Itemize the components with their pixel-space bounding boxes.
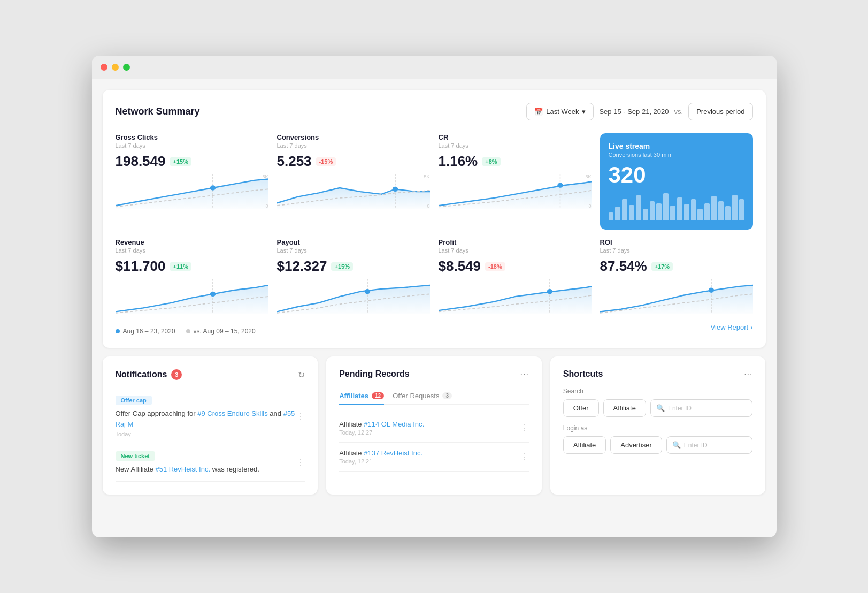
payout-value: $12.327 [277,258,327,275]
minimize-button[interactable] [112,64,119,71]
shortcuts-more-icon[interactable]: ··· [744,369,752,379]
legend-period2-label: vs. Aug 09 – 15, 2020 [194,328,256,335]
legend-row: Aug 16 – 23, 2020 vs. Aug 09 – 15, 2020 … [116,319,753,335]
login-advertiser-button[interactable]: Advertiser [610,436,662,454]
view-report-link[interactable]: View Report › [711,323,753,331]
search-offer-button[interactable]: Offer [563,399,599,417]
livestream-subtitle: Conversions last 30 min [609,151,744,158]
svg-point-3 [392,187,397,192]
metrics-row-1: Gross Clicks Last 7 days 198.549 +15% 5K… [116,133,753,230]
notif-tag-new-ticket: New ticket [116,451,155,461]
app-window: Network Summary 📅 Last Week ▾ Sep 15 - S… [92,56,777,537]
notif-dots-2[interactable]: ⋮ [296,458,305,468]
bottom-row: Notifications 3 ↻ Offer cap Offer Cap ap… [103,356,766,495]
date-range-button[interactable]: 📅 Last Week ▾ [526,103,594,120]
tab-offer-requests[interactable]: Offer Requests 3 [393,387,452,405]
cr-label: CR [439,133,592,141]
pending-records-header: Pending Records ··· [339,369,529,379]
roi-label: ROI [600,238,753,246]
profit-sublabel: Last 7 days [439,247,592,254]
network-summary-card: Network Summary 📅 Last Week ▾ Sep 15 - S… [103,90,766,348]
payout-metric: Payout Last 7 days $12.327 +15% [277,238,430,314]
cr-metric: CR Last 7 days 1.16% +8% 5K 0 [439,133,592,230]
svg-point-5 [557,183,563,188]
bar-17 [718,201,724,220]
notif-dots-1[interactable]: ⋮ [296,411,305,421]
notifications-header: Notifications 3 ↻ [116,369,305,380]
close-button[interactable] [101,64,107,71]
bar-5 [636,195,641,220]
conversions-sublabel: Last 7 days [277,142,430,149]
bar-3 [622,199,627,220]
pending-records-tabs: Affiliates 12 Offer Requests 3 [339,387,529,405]
svg-point-9 [364,289,370,294]
profit-badge: -18% [485,262,505,271]
bar-2 [615,207,620,220]
pending-records-card: Pending Records ··· Affiliates 12 Offer … [326,356,542,495]
record-title-1: Affiliate #114 OL Media Inc. [339,420,424,428]
search-icon: 🔍 [656,404,665,412]
notification-item-2: New ticket New Affiliate #51 RevHeist In… [116,444,305,482]
notif-tag-offer-cap: Offer cap [116,396,152,405]
bar-1 [609,212,614,220]
conversions-value: 5.253 [277,153,312,170]
bar-8 [656,203,662,221]
login-row: Affiliate Advertiser 🔍 Enter ID [563,436,753,454]
gross-clicks-sublabel: Last 7 days [116,142,268,149]
payout-sublabel: Last 7 days [277,247,430,254]
notif-link-3[interactable]: #51 RevHeist Inc. [155,465,210,473]
conversions-label: Conversions [277,133,430,141]
notif-text-before-2: New Affiliate [116,465,153,473]
legend-period1-label: Aug 16 – 23, 2020 [123,328,175,335]
roi-chart [600,279,753,314]
bar-6 [643,209,648,220]
bar-10 [670,206,675,220]
chart-legend: Aug 16 – 23, 2020 vs. Aug 09 – 15, 2020 [116,328,256,335]
roi-sublabel: Last 7 days [600,247,753,254]
pending-record-1: Affiliate #114 OL Media Inc. Today, 12:2… [339,414,529,443]
tab-affiliates[interactable]: Affiliates 12 [339,387,384,405]
revenue-label: Revenue [116,238,268,246]
maximize-button[interactable] [123,64,130,71]
login-search-icon: 🔍 [672,441,681,449]
profit-metric: Profit Last 7 days $8.549 -18% [439,238,592,314]
search-affiliate-button[interactable]: Affiliate [603,399,646,417]
refresh-icon[interactable]: ↻ [298,370,305,380]
search-id-input[interactable]: 🔍 Enter ID [650,399,753,417]
card-header: Network Summary 📅 Last Week ▾ Sep 15 - S… [116,103,753,120]
svg-point-7 [210,292,215,296]
revenue-value: $11.700 [116,258,166,275]
notif-text-2: New Affiliate #51 RevHeist Inc. was regi… [116,464,305,475]
date-range-text: Sep 15 - Sep 21, 2020 [599,108,669,116]
payout-badge: +15% [331,262,352,271]
record-link-2[interactable]: #137 RevHeist Inc. [364,449,423,457]
notif-text-mid-2: was registered. [212,465,259,473]
previous-period-button[interactable]: Previous period [688,103,752,120]
record-link-1[interactable]: #114 OL Media Inc. [364,420,424,428]
profit-label: Profit [439,238,592,246]
more-options-icon[interactable]: ··· [520,369,528,379]
payout-chart [277,279,430,314]
livestream-card-wrapper: Live stream Conversions last 30 min 320 [600,133,753,230]
record-dots-2[interactable]: ⋮ [520,452,529,462]
view-report-label: View Report [711,323,749,331]
record-dots-1[interactable]: ⋮ [520,423,529,433]
bar-9 [663,193,669,220]
livestream-value: 320 [609,162,744,188]
login-id-input[interactable]: 🔍 Enter ID [666,436,753,454]
login-label: Login as [563,424,753,432]
card-title: Network Summary [116,106,200,117]
login-affiliate-button[interactable]: Affiliate [563,436,606,454]
chevron-down-icon: ▾ [582,108,586,116]
gross-clicks-metric: Gross Clicks Last 7 days 198.549 +15% 5K… [116,133,268,230]
legend-period1: Aug 16 – 23, 2020 [116,328,175,335]
profit-chart [439,279,592,314]
chevron-right-icon: › [750,323,752,331]
legend-dot-blue [116,329,120,333]
notification-item-1: Offer cap Offer Cap approaching for #9 C… [116,389,305,444]
revenue-sublabel: Last 7 days [116,247,268,254]
record-time-1: Today, 12:27 [339,429,424,436]
revenue-chart [116,279,268,314]
titlebar [92,56,777,79]
notif-link-1[interactable]: #9 Cross Enduro Skills [197,409,268,417]
